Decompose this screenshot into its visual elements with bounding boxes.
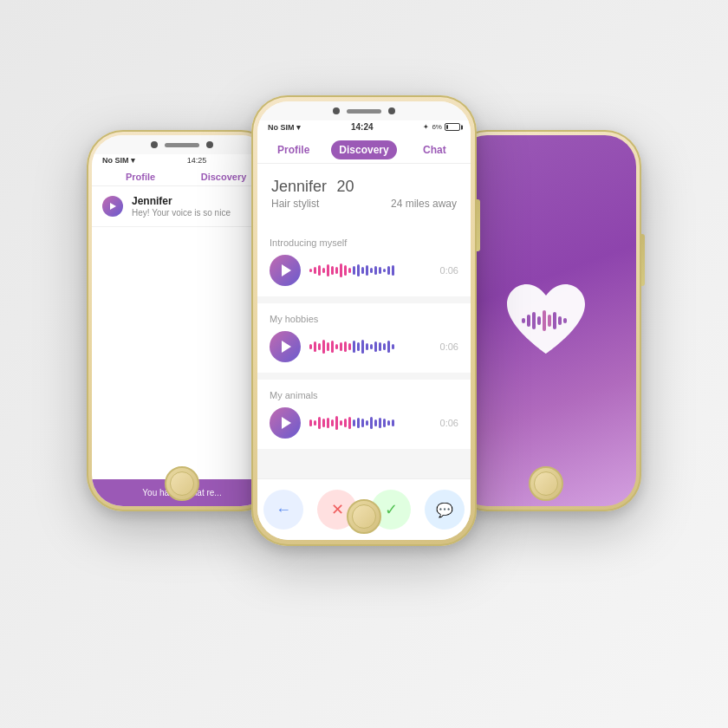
wave-bar bbox=[309, 269, 312, 272]
profile-job: Hair stylist bbox=[271, 198, 319, 210]
profile-subheader: Hair stylist 24 miles away bbox=[271, 198, 457, 210]
play-button-3[interactable] bbox=[270, 407, 301, 439]
audio-row-1: 0:06 bbox=[270, 255, 458, 286]
chat-button[interactable]: 💬 bbox=[425, 490, 465, 530]
svg-rect-4 bbox=[543, 310, 546, 331]
right-home-button[interactable] bbox=[529, 466, 563, 501]
wave-bar bbox=[370, 417, 373, 429]
left-phone: No SIM ▾ 14:25 ▾ Profile Discovery Jenni… bbox=[87, 130, 277, 511]
wave-bar bbox=[392, 419, 394, 426]
tab-discovery[interactable]: Discovery bbox=[331, 140, 396, 159]
heart-icon bbox=[503, 280, 589, 362]
center-camera-dot-2 bbox=[388, 107, 395, 114]
wave-bar bbox=[335, 344, 338, 349]
wave-bar bbox=[322, 340, 325, 354]
wave-bar bbox=[370, 268, 373, 273]
wave-bar bbox=[387, 341, 390, 353]
left-tab-bar: Profile Discovery bbox=[92, 166, 272, 186]
wave-bar bbox=[353, 341, 355, 353]
tab-chat[interactable]: Chat bbox=[402, 137, 467, 163]
duration-1: 0:06 bbox=[440, 265, 458, 276]
wave-bar bbox=[387, 420, 390, 426]
right-home-button-inner bbox=[534, 471, 558, 496]
right-phone-screen bbox=[456, 135, 636, 506]
audio-label-3: My animals bbox=[270, 390, 458, 400]
app-logo bbox=[503, 280, 589, 362]
play-button-2[interactable] bbox=[270, 331, 301, 362]
center-speaker-grille bbox=[347, 109, 381, 114]
right-phone-content bbox=[456, 135, 636, 506]
wave-bar bbox=[357, 418, 360, 428]
left-phone-top-bar bbox=[92, 135, 272, 154]
wave-bar bbox=[318, 343, 321, 350]
wave-bar bbox=[327, 418, 329, 428]
bt-icon: ✦ bbox=[423, 123, 429, 131]
wave-bar bbox=[344, 419, 347, 427]
left-status-bar: No SIM ▾ 14:25 ▾ bbox=[92, 154, 272, 166]
svg-rect-3 bbox=[537, 316, 541, 325]
wave-bar bbox=[379, 267, 381, 274]
center-status-right: ✦ 6% bbox=[423, 123, 460, 131]
camera-dot-2 bbox=[206, 141, 213, 148]
left-play-button[interactable] bbox=[102, 196, 123, 217]
wave-bar bbox=[335, 416, 338, 430]
wave-bar bbox=[344, 265, 347, 276]
svg-rect-2 bbox=[532, 312, 536, 329]
battery-fill bbox=[446, 125, 448, 129]
svg-rect-7 bbox=[558, 316, 562, 325]
wave-bar bbox=[353, 266, 355, 275]
left-time: 14:25 bbox=[187, 156, 207, 165]
wave-bar bbox=[318, 265, 321, 276]
center-home-button[interactable] bbox=[347, 499, 381, 534]
tab-profile[interactable]: Profile bbox=[261, 137, 326, 163]
battery-pct: 6% bbox=[432, 123, 442, 131]
audio-card-1: Introducing myself 0:06 bbox=[257, 227, 471, 296]
wave-bar bbox=[374, 266, 377, 275]
wave-bar bbox=[370, 344, 373, 349]
wave-bar bbox=[366, 265, 368, 276]
left-tab-profile[interactable]: Profile bbox=[99, 172, 182, 185]
wave-bar bbox=[366, 343, 368, 350]
audio-row-3: 0:06 bbox=[270, 407, 458, 439]
wave-bar bbox=[340, 263, 342, 277]
wave-bar bbox=[348, 343, 351, 350]
left-home-button[interactable] bbox=[165, 466, 199, 501]
center-phone: No SIM ▾ 14:24 ✦ 6% Profile Discovery Ch… bbox=[251, 95, 477, 546]
center-phone-top-bar bbox=[257, 101, 471, 120]
wave-bar bbox=[331, 341, 334, 353]
wave-bar bbox=[374, 419, 377, 426]
left-chat-message: Hey! Your voice is so nice bbox=[132, 208, 262, 218]
wave-bar bbox=[357, 264, 360, 276]
left-chat-item[interactable]: Jennifer Hey! Your voice is so nice bbox=[92, 186, 272, 227]
waveform-2 bbox=[309, 338, 432, 355]
left-chat-info: Jennifer Hey! Your voice is so nice bbox=[132, 195, 262, 218]
wave-bar bbox=[383, 419, 386, 427]
wave-bar bbox=[314, 420, 316, 426]
wave-bar bbox=[335, 267, 338, 274]
wave-bar bbox=[361, 267, 364, 274]
play-button-1[interactable] bbox=[270, 255, 301, 286]
wave-bar bbox=[387, 266, 390, 275]
wave-bar bbox=[383, 269, 386, 272]
wave-bar bbox=[314, 267, 316, 274]
center-status-bar: No SIM ▾ 14:24 ✦ 6% bbox=[257, 120, 471, 133]
wave-bar bbox=[379, 342, 381, 351]
svg-rect-5 bbox=[548, 315, 551, 327]
svg-rect-6 bbox=[553, 312, 556, 329]
wave-bar bbox=[309, 344, 312, 349]
wave-bar bbox=[379, 418, 381, 428]
left-home-button-inner bbox=[170, 471, 194, 496]
audio-label-2: My hobbies bbox=[270, 314, 458, 324]
back-button[interactable]: ← bbox=[263, 490, 303, 530]
wave-bar bbox=[392, 344, 394, 349]
duration-3: 0:06 bbox=[440, 418, 458, 428]
camera-dot bbox=[151, 141, 158, 148]
audio-clips-list: Introducing myself 0:06 My hobbies bbox=[257, 227, 471, 478]
profile-header: Jennifer 20 Hair stylist 24 miles away bbox=[257, 164, 471, 220]
svg-rect-0 bbox=[522, 318, 525, 323]
wave-bar bbox=[340, 342, 342, 351]
wave-bar bbox=[374, 341, 377, 352]
audio-label-1: Introducing myself bbox=[270, 237, 458, 248]
wave-bar bbox=[309, 419, 312, 426]
wave-bar bbox=[331, 419, 334, 426]
